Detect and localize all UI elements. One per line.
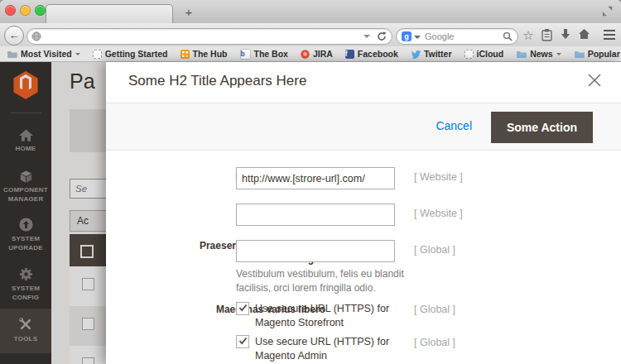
chevron-down-icon xyxy=(556,53,561,55)
field-hint-text: Vestibulum vestibulum, felis eu blandit … xyxy=(236,267,416,295)
field-scope-note: [ Global ] xyxy=(414,244,455,256)
navigation-toolbar: ← g Google ☆ xyxy=(0,23,621,47)
checkbox-label: Use secure URL (HTTPS) for Magento Admin xyxy=(255,335,400,363)
zoom-window-button[interactable] xyxy=(35,5,46,16)
modal-dialog: Some H2 Title Appears Here Cancel Some A… xyxy=(106,62,621,364)
bookmark-most-visited[interactable]: Most Visited xyxy=(7,49,80,59)
menu-icon[interactable] xyxy=(601,27,618,44)
blue-folder-icon xyxy=(516,50,527,59)
secondary-url-input[interactable] xyxy=(236,204,395,226)
bookmarks-bar: Most Visited Getting Started The Hub b T… xyxy=(0,46,621,62)
encryption-key-input[interactable] xyxy=(236,240,395,262)
home-icon[interactable] xyxy=(578,28,590,40)
bookmark-star-icon[interactable]: ☆ xyxy=(520,27,537,44)
field-scope-note: [ Website ] xyxy=(414,208,463,219)
search-bar[interactable]: g Google xyxy=(396,28,518,45)
bookmark-label: iCloud xyxy=(477,49,504,59)
box-favicon-icon: b xyxy=(240,49,251,60)
back-button[interactable]: ← xyxy=(4,26,24,46)
search-input[interactable]: Google xyxy=(425,31,454,41)
bookmark-facebook[interactable]: f Facebook xyxy=(345,49,398,59)
downloads-icon[interactable] xyxy=(560,28,571,41)
bookmark-label: News xyxy=(530,49,552,59)
some-action-button[interactable]: Some Action xyxy=(491,112,593,143)
hub-favicon-icon xyxy=(181,50,190,59)
search-engine-dropdown-icon[interactable] xyxy=(414,36,421,39)
chevron-down-icon xyxy=(75,53,80,55)
https-admin-checkbox[interactable] xyxy=(236,335,249,348)
folder-icon xyxy=(7,50,17,59)
bookmark-label: Facebook xyxy=(358,49,398,59)
https-storefront-checkbox[interactable] xyxy=(236,302,249,315)
modal-button-bar: Cancel Some Action xyxy=(106,103,621,151)
close-window-button[interactable] xyxy=(5,5,16,16)
default-favicon-icon xyxy=(465,50,474,59)
blue-folder-icon xyxy=(574,50,585,59)
browser-window: + ← g Google xyxy=(0,0,621,364)
bookmark-getting-started[interactable]: Getting Started xyxy=(93,49,168,59)
globe-icon xyxy=(31,31,41,41)
bookmark-label: The Hub xyxy=(193,49,228,59)
bookmark-the-box[interactable]: b The Box xyxy=(240,49,288,60)
field-scope-note: [ Website ] xyxy=(414,171,463,183)
url-bar[interactable] xyxy=(26,28,392,45)
bookmark-label: JIRA xyxy=(313,49,333,59)
bookmark-folder-popular[interactable]: Popular xyxy=(574,49,621,59)
twitter-bird-icon xyxy=(411,50,421,59)
new-tab-button[interactable]: + xyxy=(181,4,197,21)
bookmark-label: Twitter xyxy=(424,49,452,59)
bookmark-label: Getting Started xyxy=(105,49,168,59)
checkbox-label: Use secure URL (HTTPS) for Magento Store… xyxy=(255,302,400,330)
bookmark-label: Most Visited xyxy=(21,49,72,59)
jira-favicon-icon xyxy=(301,50,310,59)
store-url-input[interactable] xyxy=(236,167,395,189)
default-favicon-icon xyxy=(93,50,102,59)
field-scope-note: [ Global ] xyxy=(414,304,455,315)
bookmark-label: The Box xyxy=(254,49,288,59)
title-bar: + xyxy=(0,0,621,24)
bookmark-the-hub[interactable]: The Hub xyxy=(181,49,228,59)
reload-icon[interactable] xyxy=(377,31,387,41)
bookmark-twitter[interactable]: Twitter xyxy=(411,49,452,59)
bookmark-folder-news[interactable]: News xyxy=(516,49,561,59)
url-history-dropdown-icon[interactable] xyxy=(363,35,370,38)
url-input[interactable] xyxy=(46,29,363,46)
checkmark-icon xyxy=(238,337,248,345)
search-icon[interactable] xyxy=(503,31,513,41)
bookmark-label: Popular xyxy=(588,49,620,59)
facebook-icon: f xyxy=(345,50,354,59)
fullscreen-icon[interactable] xyxy=(602,6,613,17)
minimize-window-button[interactable] xyxy=(20,5,31,16)
close-icon[interactable] xyxy=(586,72,603,89)
bookmarks-menu-icon[interactable] xyxy=(541,28,553,41)
modal-title: Some H2 Title Appears Here xyxy=(128,73,306,89)
field-scope-note: [ Global ] xyxy=(414,337,455,348)
bookmark-jira[interactable]: JIRA xyxy=(301,49,333,59)
admin-page: HOME COMPONENT MANAGER SYSTEM UPGRADE xyxy=(0,62,621,364)
google-engine-icon[interactable]: g xyxy=(402,31,412,41)
checkmark-icon xyxy=(238,304,248,312)
bookmark-icloud[interactable]: iCloud xyxy=(465,49,504,59)
cancel-button[interactable]: Cancel xyxy=(436,119,472,132)
browser-tab[interactable] xyxy=(46,4,173,24)
